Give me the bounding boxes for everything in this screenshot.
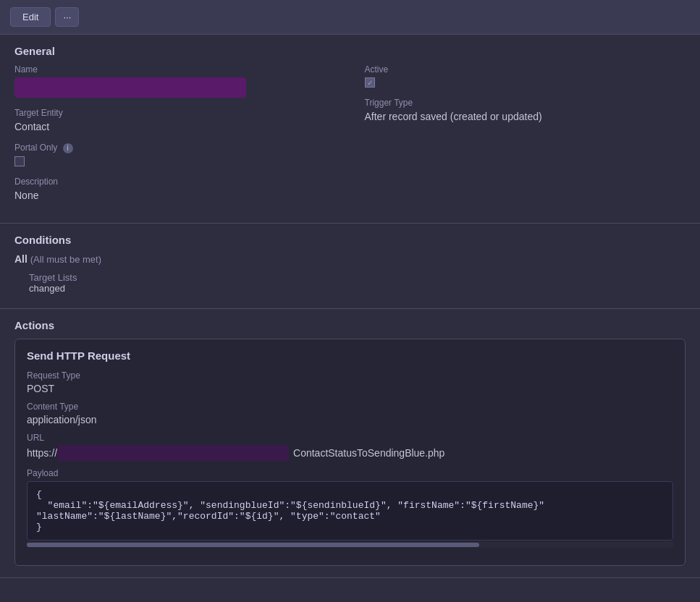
url-prefix: https:// xyxy=(27,447,57,459)
condition-row: Target Lists changed xyxy=(29,272,686,294)
general-section-title: General xyxy=(0,35,700,64)
url-field: URL https:// ContactStatusToSendingBlue.… xyxy=(27,433,673,461)
description-value: None xyxy=(14,190,336,201)
request-type-field: Request Type POST xyxy=(27,370,673,394)
condition-field-value: changed xyxy=(29,283,686,294)
payload-block: { "email":"${emailAddress}", "sendingblu… xyxy=(27,481,673,540)
content-type-label: Content Type xyxy=(27,402,673,412)
request-type-value: POST xyxy=(27,383,673,394)
http-request-card: Send HTTP Request Request Type POST Cont… xyxy=(14,339,686,566)
name-label: Name xyxy=(14,64,336,75)
request-type-label: Request Type xyxy=(27,370,673,381)
more-button[interactable]: ··· xyxy=(55,7,79,27)
portal-only-info-icon: i xyxy=(63,143,73,153)
portal-only-checkbox[interactable] xyxy=(14,156,25,166)
active-field-group: Active xyxy=(365,64,686,88)
trigger-type-field-group: Trigger Type After record saved (created… xyxy=(365,98,686,122)
conditions-all: All (All must be met) xyxy=(14,253,686,265)
conditions-section: Conditions All (All must be met) Target … xyxy=(0,224,700,309)
portal-only-label: Portal Only i xyxy=(14,143,336,153)
target-entity-field-group: Target Entity Contact xyxy=(14,108,336,132)
conditions-section-title: Conditions xyxy=(0,224,700,253)
payload-scrollbar[interactable] xyxy=(27,542,673,548)
conditions-section-body: All (All must be met) Target Lists chang… xyxy=(0,253,700,308)
active-checkbox[interactable] xyxy=(365,77,375,88)
payload-field: Payload { "email":"${emailAddress}", "se… xyxy=(27,468,673,548)
url-label: URL xyxy=(27,433,673,443)
content-type-value: application/json xyxy=(27,414,673,425)
name-input[interactable] xyxy=(14,77,246,98)
payload-label: Payload xyxy=(27,468,673,478)
conditions-all-label: All xyxy=(14,253,28,265)
target-entity-value: Contact xyxy=(14,121,336,132)
trigger-type-value: After record saved (created or updated) xyxy=(365,111,686,122)
description-field-group: Description None xyxy=(14,177,336,201)
active-label: Active xyxy=(365,64,686,75)
general-section-body: Name Target Entity Contact Portal Only i… xyxy=(0,64,700,223)
url-row: https:// ContactStatusToSendingBlue.php xyxy=(27,445,673,461)
actions-section: Actions Send HTTP Request Request Type P… xyxy=(0,309,700,578)
general-grid: Name Target Entity Contact Portal Only i… xyxy=(14,64,686,211)
payload-scrollbar-thumb xyxy=(27,543,479,547)
http-request-title: Send HTTP Request xyxy=(27,349,673,362)
url-suffix: ContactStatusToSendingBlue.php xyxy=(293,447,444,459)
conditions-all-sub: (All must be met) xyxy=(30,254,101,265)
trigger-type-label: Trigger Type xyxy=(365,98,686,108)
general-left-col: Name Target Entity Contact Portal Only i… xyxy=(14,64,336,211)
name-field-group: Name xyxy=(14,64,336,98)
portal-only-field-group: Portal Only i xyxy=(14,143,336,166)
content-type-field: Content Type application/json xyxy=(27,402,673,425)
general-section: General Name Target Entity Contact Porta… xyxy=(0,35,700,224)
url-redacted-block xyxy=(57,445,289,461)
actions-section-title: Actions xyxy=(0,309,700,339)
edit-button[interactable]: Edit xyxy=(10,7,51,27)
general-right-col: Active Trigger Type After record saved (… xyxy=(365,64,686,211)
target-entity-label: Target Entity xyxy=(14,108,336,118)
condition-field-label: Target Lists xyxy=(29,272,686,283)
description-label: Description xyxy=(14,177,336,187)
toolbar: Edit ··· xyxy=(0,0,700,35)
